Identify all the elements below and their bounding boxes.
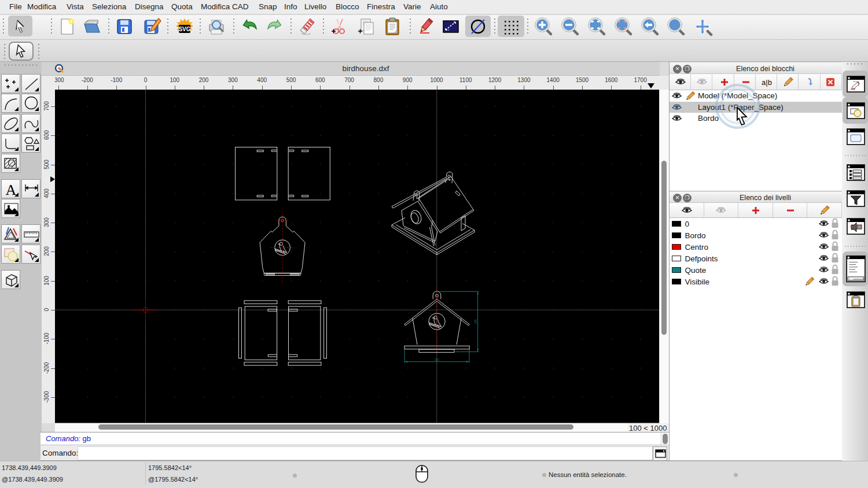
svg-text:232: 232 (435, 358, 439, 361)
svg-text:235: 235 (475, 319, 477, 324)
svg-text:<_ command: <_ command (849, 278, 863, 280)
svg-text:A: A (6, 182, 17, 198)
svg-text:SVG: SVG (178, 26, 190, 32)
svg-text:a|b: a|b (762, 78, 772, 87)
